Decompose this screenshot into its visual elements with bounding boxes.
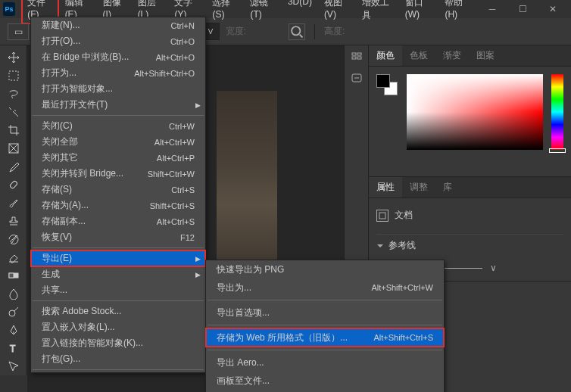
menu-recent[interactable]: 最近打开文件(T)▶ — [31, 97, 205, 113]
submenu-export-as[interactable]: 导出为...Alt+Shift+Ctrl+W — [206, 278, 444, 297]
heal-tool[interactable] — [0, 176, 27, 194]
svg-rect-11 — [352, 53, 356, 55]
svg-rect-8 — [9, 273, 14, 278]
guide-style-dropdown[interactable]: ∨ — [490, 263, 497, 273]
close-button[interactable]: ✕ — [538, 0, 568, 18]
svg-rect-16 — [379, 213, 385, 219]
menu-open[interactable]: 打开(O)...Ctrl+O — [31, 33, 205, 49]
menu-view[interactable]: 视图(V) — [318, 0, 356, 24]
menu-revert: 恢复(V)F12 — [31, 229, 205, 245]
svg-line-1 — [300, 34, 303, 37]
menu-share[interactable]: 共享... — [31, 282, 205, 298]
tab-gradients[interactable]: 渐变 — [435, 45, 469, 66]
gradient-tool[interactable] — [0, 266, 27, 285]
wand-tool[interactable] — [0, 103, 27, 121]
crop-tool[interactable] — [0, 121, 27, 139]
guides-label: 参考线 — [388, 239, 416, 252]
menu-place-embed[interactable]: 置入嵌入对象(L)... — [31, 319, 205, 335]
panel-icon-2[interactable] — [351, 72, 363, 86]
lasso-tool[interactable] — [0, 85, 27, 103]
menu-open-smart[interactable]: 打开为智能对象... — [31, 81, 205, 97]
menu-place-linked[interactable]: 置入链接的智能对象(K)... — [31, 335, 205, 351]
menu-window[interactable]: 窗口(W) — [399, 0, 439, 24]
tab-color[interactable]: 颜色 — [369, 45, 402, 66]
props-panel-tabs: 属性 调整 库 — [369, 177, 571, 198]
history-brush-tool[interactable] — [0, 230, 27, 248]
menu-help[interactable]: 帮助(H) — [438, 0, 477, 24]
move-tool[interactable] — [0, 48, 27, 67]
menu-3d[interactable]: 3D(D) — [282, 0, 318, 24]
svg-rect-14 — [357, 57, 361, 59]
tab-properties[interactable]: 属性 — [369, 177, 402, 198]
menu-save-as[interactable]: 存储为(A)...Shift+Ctrl+S — [31, 198, 205, 213]
color-spectrum[interactable] — [407, 74, 543, 150]
submenu-export-prefs[interactable]: 导出首选项... — [206, 303, 444, 322]
svg-point-9 — [9, 310, 15, 316]
menu-save: 存储(S)Ctrl+S — [31, 182, 205, 198]
color-panel — [369, 67, 571, 176]
menu-browse-bridge[interactable]: 在 Bridge 中浏览(B)...Alt+Ctrl+O — [31, 49, 205, 65]
type-tool[interactable]: T — [0, 339, 27, 357]
menu-export[interactable]: 导出(E)▶ — [31, 250, 205, 266]
menu-generate[interactable]: 生成▶ — [31, 266, 205, 282]
dodge-tool[interactable] — [0, 303, 27, 321]
height-label: 高度: — [324, 25, 345, 38]
menu-filter[interactable]: 滤镜(T) — [244, 0, 281, 24]
path-tool[interactable] — [0, 357, 27, 375]
tab-adjustments[interactable]: 调整 — [402, 177, 435, 198]
menu-close-all[interactable]: 关闭全部Alt+Ctrl+W — [31, 134, 205, 150]
minimize-button[interactable]: ─ — [477, 0, 507, 18]
eraser-tool[interactable] — [0, 248, 27, 266]
menu-close-bridge[interactable]: 关闭并转到 Bridge...Shift+Ctrl+W — [31, 166, 205, 182]
submenu-quick-export[interactable]: 快速导出为 PNG — [206, 260, 444, 278]
submenu-save-for-web[interactable]: 存储为 Web 所用格式（旧版）...Alt+Shift+Ctrl+S — [206, 328, 444, 347]
eyedropper-tool[interactable] — [0, 157, 27, 176]
color-panel-tabs: 颜色 色板 渐变 图案 — [369, 45, 571, 67]
svg-point-0 — [292, 26, 300, 35]
width-label: 宽度: — [226, 25, 246, 38]
menu-close-other: 关闭其它Alt+Ctrl+P — [31, 150, 205, 166]
maximize-button[interactable]: ☐ — [507, 0, 538, 18]
fg-bg-swatch[interactable] — [376, 74, 398, 95]
menu-close[interactable]: 关闭(C)Ctrl+W — [31, 118, 205, 134]
stamp-tool[interactable] — [0, 212, 27, 230]
svg-rect-2 — [9, 71, 18, 80]
brush-tool[interactable] — [0, 194, 27, 212]
submenu-artboards-files[interactable]: 画板至文件... — [206, 372, 444, 390]
document-preview — [217, 91, 277, 280]
marquee-tool[interactable] — [0, 67, 27, 85]
svg-rect-13 — [352, 57, 356, 59]
tab-libraries[interactable]: 库 — [435, 177, 460, 198]
doc-label: 文档 — [395, 209, 413, 222]
search-icon[interactable] — [289, 23, 305, 40]
blur-tool[interactable] — [0, 285, 27, 303]
pen-tool[interactable] — [0, 321, 27, 339]
tab-swatches[interactable]: 色板 — [402, 45, 435, 66]
tool-preset-icon[interactable]: ▭ — [8, 23, 29, 40]
chevron-down-icon[interactable] — [376, 242, 384, 250]
document-icon — [376, 210, 388, 222]
app-logo: Ps — [3, 2, 15, 16]
frame-tool[interactable] — [0, 139, 27, 157]
menu-select[interactable]: 选择(S) — [206, 0, 244, 24]
menu-open-as[interactable]: 打开为...Alt+Shift+Ctrl+O — [31, 65, 205, 81]
menu-package: 打包(G)... — [31, 351, 205, 367]
tools-panel: T — [0, 45, 27, 375]
hue-bar[interactable] — [551, 74, 563, 150]
menu-plugins[interactable]: 增效工具 — [356, 0, 399, 24]
menu-adobe-stock[interactable]: 搜索 Adobe Stock... — [31, 303, 205, 319]
hue-cursor[interactable] — [549, 148, 566, 153]
svg-rect-12 — [357, 53, 361, 55]
menu-new[interactable]: 新建(N)...Ctrl+N — [31, 17, 205, 33]
export-submenu: 快速导出为 PNG 导出为...Alt+Shift+Ctrl+W 导出首选项..… — [205, 260, 445, 392]
svg-text:T: T — [10, 344, 16, 354]
panel-icon-1[interactable] — [351, 50, 363, 64]
menu-save-copy[interactable]: 存储副本...Alt+Ctrl+S — [31, 213, 205, 229]
tab-patterns[interactable]: 图案 — [469, 45, 502, 66]
file-menu-popup: 新建(N)...Ctrl+N 打开(O)...Ctrl+O 在 Bridge 中… — [30, 17, 206, 373]
svg-rect-6 — [9, 180, 17, 188]
submenu-export-aero[interactable]: 导出 Aero... — [206, 353, 444, 372]
